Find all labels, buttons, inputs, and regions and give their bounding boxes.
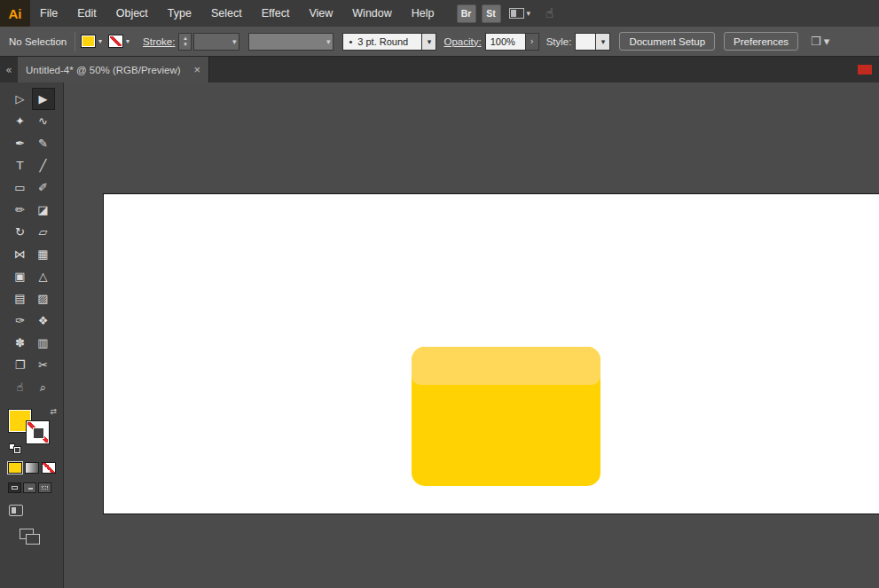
menu-object[interactable]: Object [106, 0, 158, 27]
workspace-switcher[interactable]: ▾ [506, 6, 534, 20]
chevron-down-icon[interactable]: ▾ [123, 37, 132, 45]
line-segment-icon: ╱ [40, 160, 47, 171]
chevron-down-icon: ▾ [324, 37, 334, 46]
zoom-tool[interactable]: ⌕ [32, 376, 55, 398]
shape-builder-tool[interactable]: ▣ [9, 265, 32, 287]
stroke-label[interactable]: Stroke: [143, 36, 175, 47]
curvature-tool[interactable]: ✎ [32, 132, 55, 154]
stroke-weight-dropdown[interactable]: ▾ [193, 33, 239, 51]
mesh-tool[interactable]: ▤ [9, 287, 32, 310]
style-dropdown[interactable] [575, 33, 596, 51]
draw-inside-button[interactable] [38, 482, 51, 493]
eraser-tool[interactable]: ◪ [32, 199, 55, 221]
artboard[interactable] [103, 193, 879, 514]
stroke-color-swatch[interactable] [26, 420, 50, 444]
gradient-button[interactable] [25, 462, 39, 474]
bridge-button[interactable]: Br [457, 4, 476, 23]
slice-tool[interactable]: ✂ [32, 354, 55, 376]
collapse-panel-icon[interactable]: « [0, 64, 18, 76]
default-fill-stroke-icon[interactable] [9, 443, 20, 453]
rectangle-tool[interactable]: ▭ [9, 176, 32, 199]
overlapping-windows-icon[interactable] [20, 529, 43, 545]
chevron-down-icon[interactable]: ▾ [96, 37, 105, 45]
document-tab-title: Untitled-4* @ 50% (RGB/Preview) [26, 65, 181, 75]
draw-behind-button[interactable] [23, 482, 36, 493]
close-icon[interactable]: × [193, 63, 200, 76]
draw-normal-button[interactable] [8, 482, 21, 493]
illustrator-logo: Ai [0, 0, 30, 27]
menu-effect[interactable]: Effect [252, 0, 300, 27]
type-tool[interactable]: T [9, 154, 32, 176]
opacity-menu-button[interactable]: › [526, 33, 539, 51]
artboard-tool-tool[interactable]: ❐ [9, 354, 32, 376]
opacity-input[interactable]: 100% [485, 33, 526, 51]
slice-icon: ✂ [38, 359, 48, 371]
rotate-tool[interactable]: ↻ [9, 221, 32, 243]
paintbrush-tool[interactable]: ✐ [32, 176, 55, 199]
magic-wand-tool[interactable]: ✦ [9, 110, 32, 132]
touch-workspace-icon[interactable]: ☝ [545, 5, 553, 21]
rectangle-icon: ▭ [14, 182, 25, 193]
line-segment-tool[interactable]: ╱ [32, 154, 55, 176]
menu-help[interactable]: Help [402, 0, 444, 27]
eyedropper-tool[interactable]: ✑ [9, 310, 32, 332]
brush-dropdown-button[interactable]: ▾ [422, 33, 436, 51]
workspace-icon [509, 8, 524, 19]
brush-definition-dropdown[interactable]: • 3 pt. Round [342, 33, 422, 51]
menu-view[interactable]: View [299, 0, 342, 27]
type-icon: T [17, 160, 24, 171]
paintbrush-icon: ✐ [38, 182, 48, 193]
symbol-sprayer-tool[interactable]: ✽ [9, 332, 32, 354]
menu-type[interactable]: Type [158, 0, 201, 27]
shaper-icon: ✏ [15, 204, 25, 216]
fill-color-control[interactable]: ▾ [81, 35, 105, 48]
document-setup-button[interactable]: Document Setup [619, 32, 715, 51]
free-transform-icon: ▦ [37, 248, 48, 260]
red-indicator-badge [858, 65, 872, 74]
menu-window[interactable]: Window [342, 0, 401, 27]
column-graph-icon: ▥ [37, 337, 48, 349]
shaper-tool[interactable]: ✏ [9, 199, 32, 221]
document-tab[interactable]: Untitled-4* @ 50% (RGB/Preview) × [18, 57, 209, 82]
curvature-icon: ✎ [38, 137, 48, 149]
arrange-documents-control[interactable]: ❒ ▾ [811, 35, 829, 48]
menu-select[interactable]: Select [201, 0, 252, 27]
stroke-weight-stepper[interactable]: ▴ ▾ [178, 33, 192, 51]
lasso-tool[interactable]: ∿ [32, 110, 55, 132]
hand-tool[interactable]: ☝ [9, 376, 32, 398]
opacity-label[interactable]: Opacity: [443, 36, 481, 47]
brush-bullet: • [349, 36, 352, 47]
blend-icon: ❖ [38, 315, 49, 326]
main-area: ▷▶✦∿✒✎T╱▭✐✏◪↻▱⋈▦▣△▤▨✑❖✽▥❐✂☝⌕ ⇄ [0, 82, 879, 588]
opacity-value: 100% [491, 36, 515, 47]
gradient-tool[interactable]: ▨ [32, 287, 55, 310]
chevron-down-icon: ▾ [824, 35, 830, 48]
canvas-pasteboard[interactable] [64, 82, 879, 588]
fill-swatch[interactable] [81, 35, 96, 48]
scale-tool[interactable]: ▱ [32, 221, 55, 243]
free-transform-tool[interactable]: ▦ [32, 243, 55, 265]
direct-selection-tool[interactable]: ▷ [9, 88, 32, 110]
style-dropdown-button[interactable]: ▾ [596, 33, 610, 51]
pen-icon: ✒ [15, 137, 25, 149]
stepper-down-icon[interactable]: ▾ [184, 42, 187, 48]
drawn-rounded-rectangle[interactable] [412, 347, 600, 486]
swap-fill-stroke-icon[interactable]: ⇄ [50, 407, 57, 416]
none-button[interactable] [42, 462, 56, 474]
preferences-button[interactable]: Preferences [724, 32, 798, 51]
screen-mode-icon[interactable] [9, 505, 23, 516]
perspective-grid-tool[interactable]: △ [32, 265, 55, 287]
stroke-none-swatch[interactable] [108, 35, 123, 48]
stock-button[interactable]: St [482, 4, 501, 23]
width-profile-dropdown[interactable]: ▾ [248, 33, 334, 51]
blend-tool[interactable]: ❖ [32, 310, 55, 332]
width-tool[interactable]: ⋈ [9, 243, 32, 265]
selection-tool[interactable]: ▶ [32, 88, 55, 110]
menu-file[interactable]: File [30, 0, 67, 27]
pen-tool[interactable]: ✒ [9, 132, 32, 154]
column-graph-tool[interactable]: ▥ [32, 332, 55, 354]
menu-edit[interactable]: Edit [67, 0, 106, 27]
stroke-color-control[interactable]: ▾ [108, 35, 132, 48]
chevron-right-icon: › [530, 36, 534, 46]
color-button[interactable] [8, 462, 22, 474]
